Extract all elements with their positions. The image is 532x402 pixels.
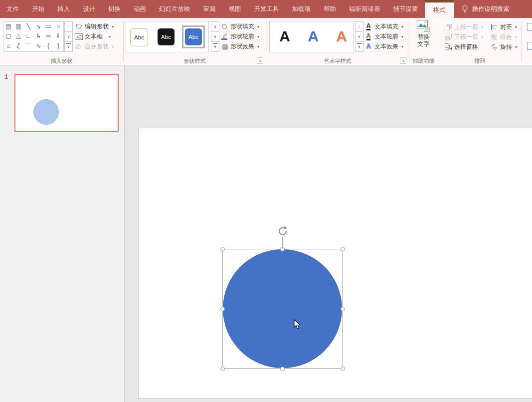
tab-review[interactable]: 审阅 [197, 0, 222, 18]
style-preset-black[interactable]: Abc [158, 28, 175, 45]
tab-developer[interactable]: 开发工具 [248, 0, 286, 18]
resize-handle-bottom-left[interactable] [220, 367, 225, 371]
wordart-preset-black[interactable]: A [275, 25, 295, 47]
text-box-label: 文本框 [85, 32, 103, 41]
gallery-scroll-down-button[interactable]: ∨ [211, 31, 219, 42]
shape-right-arrow-icon[interactable]: ⇨ [43, 31, 53, 41]
tab-slideshow[interactable]: 幻灯片放映 [153, 0, 197, 18]
shape-styles-dialog-launcher[interactable]: ↘ [257, 57, 263, 64]
text-outline-button[interactable]: A 文本轮廓 ▾ [364, 31, 406, 41]
text-fill-button[interactable]: A 文本填充 ▾ [364, 21, 406, 31]
rotation-handle-connector [282, 236, 283, 249]
shape-line-arrow-icon[interactable]: ↘ [33, 22, 43, 31]
shape-oval-icon[interactable]: ○ [53, 22, 63, 31]
resize-handle-middle-right[interactable] [341, 307, 345, 311]
group-label-accessibility: 辅助功能 [409, 57, 438, 65]
slide-thumbnail-selected[interactable] [14, 74, 119, 132]
style-preset-blue-selected[interactable]: Abc [185, 28, 202, 45]
group-label-arrange: 排列 [438, 57, 521, 65]
shape-horizontal-text-box-icon[interactable]: ▤ [3, 22, 13, 31]
shape-down-arrow-icon[interactable]: ⇩ [53, 31, 63, 41]
shape-outline-label: 形状轮廓 [230, 32, 254, 41]
selection-pane-button[interactable]: 选择窗格 [444, 42, 488, 52]
tab-file[interactable]: 文件 [0, 0, 25, 18]
tab-foxit-reader[interactable]: 福昕阅读器 [343, 0, 387, 18]
slide-canvas[interactable] [138, 128, 532, 399]
wordart-preset-orange[interactable]: A [332, 25, 352, 47]
wordart-styles-dialog-launcher[interactable]: ↘ [400, 57, 406, 64]
resize-handle-middle-left[interactable] [220, 307, 225, 311]
mouse-cursor [294, 319, 301, 330]
tab-home[interactable]: 开始 [25, 0, 51, 18]
text-effects-label: 文本效果 [374, 42, 398, 51]
shape-curve-icon[interactable]: ∿ [33, 40, 43, 51]
shape-freeform-icon[interactable]: ⌂ [3, 40, 13, 51]
shape-effects-button[interactable]: 形状效果 ▾ [220, 41, 264, 51]
bring-forward-button: 上移一层 ▾ [444, 22, 488, 32]
style-preset-green-outline[interactable]: Abc [130, 28, 148, 46]
group-accessibility: 替换 文字 辅助功能 [409, 18, 438, 65]
shape-elbow-arrow-connector-icon[interactable]: ↳ [33, 31, 43, 41]
resize-handle-bottom-right[interactable] [341, 367, 345, 371]
shape-rounded-rectangle-icon[interactable]: ▢ [3, 31, 13, 41]
shape-vertical-text-box-icon[interactable]: ▥ [13, 22, 23, 31]
gallery-more-button[interactable]: ∨ [211, 41, 219, 52]
tab-design[interactable]: 设计 [76, 0, 102, 18]
rotation-handle-icon[interactable] [278, 226, 288, 236]
shape-arc-icon[interactable]: ⌒ [23, 40, 33, 51]
gallery-more-button[interactable]: ∨ [64, 41, 73, 52]
insert-shapes-buttons: 编辑形状 ▾ A 文本框 ▾ 合并形状 ▾ [75, 21, 122, 51]
tab-storyboarding[interactable]: 情节提要 [387, 0, 425, 18]
shape-right-brace-icon[interactable]: } [53, 40, 63, 51]
tab-help[interactable]: 帮助 [317, 0, 343, 18]
group-objects-icon [490, 33, 498, 41]
shape-style-scroll: ∧ ∨ ∨ [211, 21, 219, 52]
shape-fill-button[interactable]: 形状填充 ▾ [220, 21, 264, 31]
shape-style-gallery: Abc Abc Abc [126, 21, 209, 52]
tab-format-label: 格式 [425, 2, 454, 18]
alt-text-button[interactable]: 替换 文字 [409, 20, 438, 56]
text-outline-icon: A [364, 32, 372, 40]
edit-shape-button[interactable]: 编辑形状 ▾ [75, 21, 122, 31]
tell-me-search[interactable]: 操作说明搜索 [461, 0, 510, 18]
shape-line-icon[interactable]: ╲ [23, 22, 33, 31]
gallery-scroll-down-button[interactable]: ∨ [64, 31, 73, 42]
shape-elbow-connector-icon[interactable]: ∟ [23, 31, 33, 41]
tab-addins[interactable]: 加载项 [286, 0, 318, 18]
tab-animations[interactable]: 动画 [127, 0, 153, 18]
resize-handle-top-left[interactable] [220, 247, 225, 251]
group-button: 组合 ▾ [490, 32, 520, 42]
shape-outline-button[interactable]: 形状轮廓 ▾ [220, 31, 264, 41]
tab-transitions[interactable]: 切换 [102, 0, 127, 18]
shape-triangle-icon[interactable]: △ [13, 31, 23, 41]
wordart-gallery: A A A [269, 21, 354, 52]
resize-handle-bottom-center[interactable] [280, 367, 285, 371]
wordart-preset-blue[interactable]: A [303, 25, 323, 47]
gallery-scroll-up-button[interactable]: ∧ [211, 21, 219, 32]
align-button[interactable]: 对齐 ▾ [490, 22, 520, 32]
gallery-more-button[interactable]: ∨ [355, 41, 363, 52]
shape-left-brace-icon[interactable]: { [43, 40, 53, 51]
shape-scribble-icon[interactable]: ζ [13, 40, 23, 51]
resize-handle-top-right[interactable] [341, 247, 345, 251]
shape-rectangle-icon[interactable]: ▭ [43, 22, 53, 31]
dropdown-arrow-icon: ▾ [401, 34, 403, 39]
wordart-buttons: A 文本填充 ▾ A 文本轮廓 ▾ A 文本效果 ▾ [364, 21, 406, 51]
text-effects-button[interactable]: A 文本效果 ▾ [364, 41, 406, 51]
slide-thumbnail-panel: 1 [0, 66, 125, 402]
rotate-button[interactable]: 旋转 ▾ [490, 42, 520, 52]
alt-text-label-line1: 替换 [418, 34, 430, 40]
dropdown-arrow-icon: ▾ [515, 25, 517, 29]
editing-canvas[interactable] [125, 66, 532, 402]
tab-insert[interactable]: 插入 [51, 0, 76, 18]
dropdown-arrow-icon: ▾ [112, 44, 114, 49]
tab-view[interactable]: 视图 [222, 0, 248, 18]
gallery-scroll-down-button[interactable]: ∨ [355, 31, 363, 42]
group-label-text: 组合 [500, 33, 512, 41]
selected-oval-shape[interactable] [223, 249, 342, 368]
tab-format-active[interactable]: 格式 [425, 0, 454, 18]
text-box-button[interactable]: A 文本框 ▾ [75, 31, 122, 41]
dropdown-arrow-icon: ▾ [515, 35, 517, 39]
dropdown-arrow-icon: ▾ [515, 45, 517, 49]
align-label: 对齐 [500, 23, 512, 31]
